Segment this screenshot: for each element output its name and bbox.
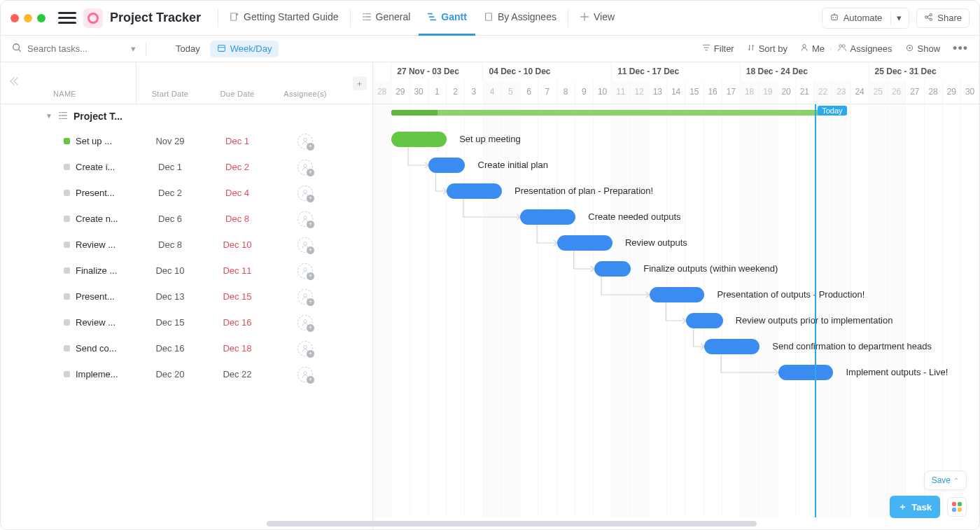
sort-button[interactable]: Sort by	[747, 43, 788, 54]
save-button[interactable]: Save ⌃	[924, 470, 967, 490]
assignee-add-icon[interactable]	[298, 186, 313, 201]
assignee-add-icon[interactable]	[298, 341, 313, 356]
timeline-day: 30	[961, 81, 979, 104]
gantt-bar[interactable]	[704, 339, 760, 354]
close-window[interactable]	[10, 14, 19, 22]
table-row[interactable]: Present... Dec 2 Dec 4	[1, 180, 372, 206]
col-header-assignee[interactable]: Assignee(s)	[271, 90, 340, 98]
add-view[interactable]: View	[571, 1, 623, 36]
me-button[interactable]: Me · Assignees	[800, 43, 892, 54]
gantt-bar[interactable]	[594, 261, 631, 277]
start-date-cell[interactable]: Dec 8	[136, 239, 204, 250]
show-button[interactable]: Show	[905, 43, 941, 55]
more-icon[interactable]: •••	[953, 41, 968, 56]
table-row[interactable]: Create n... Dec 6 Dec 8	[1, 206, 372, 232]
status-square[interactable]	[64, 371, 70, 377]
horizontal-scrollbar[interactable]	[267, 521, 757, 526]
gantt-bar[interactable]	[557, 235, 612, 251]
assignee-add-icon[interactable]	[298, 367, 313, 382]
assignee-add-icon[interactable]	[298, 263, 313, 279]
svg-point-8	[930, 18, 932, 20]
due-date-cell[interactable]: Dec 1	[204, 136, 271, 146]
status-square[interactable]	[64, 345, 70, 351]
table-row[interactable]: Finalize ... Dec 10 Dec 11	[1, 258, 372, 284]
tab-general[interactable]: General	[354, 1, 419, 36]
chevron-down-icon[interactable]: ▾	[131, 43, 136, 54]
table-row[interactable]: Review ... Dec 15 Dec 16	[1, 309, 372, 335]
maximize-window[interactable]	[37, 14, 46, 22]
status-square[interactable]	[64, 242, 70, 248]
due-date-cell[interactable]: Dec 11	[204, 265, 271, 276]
today-button[interactable]: Today	[176, 43, 200, 54]
due-date-cell[interactable]: Dec 10	[204, 239, 271, 250]
start-date-cell[interactable]: Dec 10	[136, 265, 204, 276]
tab-getting-started[interactable]: Getting Started Guide	[221, 1, 346, 36]
table-row[interactable]: Create i... Dec 1 Dec 2	[1, 154, 372, 180]
status-square[interactable]	[64, 216, 70, 222]
col-header-name[interactable]: NAME	[1, 62, 136, 104]
col-header-due[interactable]: Due Date	[204, 90, 271, 98]
start-date-cell[interactable]: Dec 2	[136, 188, 204, 198]
gantt-bar[interactable]	[686, 313, 723, 328]
due-date-cell[interactable]: Dec 22	[204, 369, 271, 379]
status-square[interactable]	[64, 319, 70, 326]
table-row[interactable]: Set up ... Nov 29 Dec 1	[1, 128, 372, 154]
table-row[interactable]: Impleme... Dec 20 Dec 22	[1, 361, 372, 387]
gantt-bar[interactable]	[447, 183, 502, 199]
due-date-cell[interactable]: Dec 4	[204, 188, 271, 198]
col-header-start[interactable]: Start Date	[136, 90, 204, 98]
gantt-bar[interactable]	[778, 365, 834, 380]
due-date-cell[interactable]: Dec 8	[204, 214, 271, 224]
time-unit-toggle[interactable]: Week/Day	[210, 41, 279, 57]
table-row[interactable]: Review ... Dec 8 Dec 10	[1, 232, 372, 258]
status-square[interactable]	[64, 164, 70, 170]
minimize-window[interactable]	[24, 14, 32, 22]
status-square[interactable]	[64, 293, 70, 300]
assignee-add-icon[interactable]	[298, 237, 313, 253]
assignee-add-icon[interactable]	[298, 160, 313, 175]
assignee-add-icon[interactable]	[298, 289, 313, 305]
due-date-cell[interactable]: Dec 15	[204, 291, 271, 302]
table-row[interactable]: Present... Dec 13 Dec 15	[1, 284, 372, 309]
status-square[interactable]	[64, 138, 70, 144]
table-row[interactable]: Send co... Dec 16 Dec 18	[1, 335, 372, 361]
start-date-cell[interactable]: Dec 13	[136, 291, 204, 302]
status-square[interactable]	[64, 190, 70, 196]
start-date-cell[interactable]: Dec 1	[136, 162, 204, 172]
assignees-button[interactable]: Assignees	[850, 43, 892, 54]
search-input[interactable]	[27, 43, 125, 54]
tab-by-assignees[interactable]: By Assignees	[475, 1, 565, 36]
task-group-row[interactable]: ▼ Project T...	[1, 104, 372, 128]
start-date-cell[interactable]: Dec 15	[136, 317, 204, 328]
due-date-cell[interactable]: Dec 2	[204, 162, 271, 172]
start-date-cell[interactable]: Dec 16	[136, 343, 204, 354]
add-column-button[interactable]: ＋	[353, 76, 367, 90]
new-task-button[interactable]: ＋ Task	[890, 496, 940, 518]
gantt-bar[interactable]	[428, 158, 465, 173]
group-progress-bar[interactable]	[391, 110, 833, 116]
gantt-bar[interactable]	[650, 287, 705, 302]
tab-gantt[interactable]: Gantt	[419, 1, 475, 36]
assignee-add-icon[interactable]	[298, 134, 313, 149]
gantt-bar[interactable]	[391, 132, 447, 147]
gantt-bar[interactable]	[520, 209, 575, 225]
task-name: Review ...	[76, 239, 115, 250]
start-date-cell[interactable]: Dec 20	[136, 369, 204, 379]
due-date-cell[interactable]: Dec 18	[204, 343, 271, 354]
assignee-add-icon[interactable]	[298, 211, 313, 227]
space-icon[interactable]	[83, 8, 103, 28]
assignee-add-icon[interactable]	[298, 315, 313, 330]
share-button[interactable]: Share	[916, 8, 969, 28]
chevron-down-icon[interactable]: ▼	[46, 112, 52, 120]
window-controls[interactable]	[10, 14, 46, 22]
start-date-cell[interactable]: Nov 29	[136, 136, 204, 146]
apps-icon[interactable]	[947, 497, 967, 517]
chevron-down-icon[interactable]: ▾	[897, 13, 902, 23]
start-date-cell[interactable]: Dec 6	[136, 214, 204, 224]
automate-button[interactable]: Automate ▾	[822, 8, 910, 29]
filter-button[interactable]: Filter	[702, 43, 734, 54]
status-square[interactable]	[64, 267, 70, 274]
due-date-cell[interactable]: Dec 16	[204, 317, 271, 328]
collapse-panel-icon[interactable]	[8, 76, 19, 88]
menu-icon[interactable]	[58, 10, 76, 27]
